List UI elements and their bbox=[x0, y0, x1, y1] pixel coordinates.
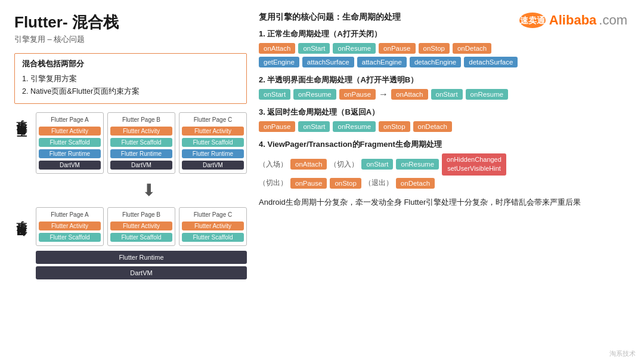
summary-text: Android生命周期十分复杂，牵一发动全身 Flutter引擎处理十分复杂，时… bbox=[259, 196, 630, 209]
not-reuse-label: 不复用引擎 bbox=[14, 140, 31, 146]
section-1-title: 1. 正常生命周期处理（A打开关闭） bbox=[259, 29, 630, 39]
section-3-row-1: onPauseonStartonResumeonStoponDetach bbox=[259, 121, 630, 132]
flutter-page-box: Flutter Page AFlutter ActivityFlutter Sc… bbox=[36, 112, 104, 174]
reuse-label: 复用引擎 bbox=[14, 241, 31, 245]
top-pages-row: Flutter Page AFlutter ActivityFlutter Sc… bbox=[36, 112, 247, 174]
alibaba-brand: Alibaba bbox=[549, 13, 596, 28]
shared-row: Flutter Page AFlutter ActivityFlutter Sc… bbox=[36, 207, 247, 279]
diagrams-container: 不复用引擎 Flutter Page AFlutter ActivityFlut… bbox=[14, 112, 247, 279]
flutter-page-box-reuse: Flutter Page CFlutter ActivityFlutter Sc… bbox=[179, 207, 247, 246]
section-box: 混合栈包括两部分 1. 引擎复用方案 2. Native页面&Flutter页面… bbox=[14, 53, 247, 104]
section-4-row-2: （切出）onPauseonStop（退出）onDetach bbox=[259, 178, 630, 189]
svg-text:速卖通: 速卖通 bbox=[520, 16, 546, 25]
section-3-title: 3. 返回时生命周期处理（B返回A） bbox=[259, 107, 630, 118]
section-item-2: 2. Native页面&Flutter页面约束方案 bbox=[22, 85, 239, 98]
reuse-section: 复用引擎 Flutter Page AFlutter ActivityFlutt… bbox=[14, 207, 247, 279]
section-1-row-2: getEngineattachSurfaceattachEnginedetach… bbox=[259, 57, 630, 67]
watermark: 淘系技术 bbox=[609, 349, 636, 358]
arrow-down: ⬇ bbox=[14, 182, 247, 199]
section-2: 2. 半透明界面生命周期处理（A打开半透明B） onStartonResumeo… bbox=[259, 75, 630, 100]
alibaba-com: .com bbox=[599, 13, 627, 28]
section-1: 1. 正常生命周期处理（A打开关闭） onAttachonStartonResu… bbox=[259, 29, 630, 67]
section-box-title: 混合栈包括两部分 bbox=[22, 59, 239, 69]
flutter-page-box-reuse: Flutter Page BFlutter ActivityFlutter Sc… bbox=[107, 207, 175, 246]
right-panel: 速卖通 Alibaba.com 复用引擎的核心问题：生命周期的处理 1. 正常生… bbox=[259, 12, 630, 351]
section-4-row-1: （入场）onAttach（切入）onStartonResumeonHiddenC… bbox=[259, 153, 630, 176]
section-item-1: 1. 引擎复用方案 bbox=[22, 73, 239, 85]
flutter-page-box: Flutter Page BFlutter ActivityFlutter Sc… bbox=[107, 112, 175, 174]
main-title: Flutter- 混合栈 bbox=[14, 12, 247, 33]
left-panel: Flutter- 混合栈 引擎复用 – 核心问题 混合栈包括两部分 1. 引擎复… bbox=[14, 12, 247, 351]
not-reuse-section: 不复用引擎 Flutter Page AFlutter ActivityFlut… bbox=[14, 112, 247, 174]
section-2-row-1: onStartonResumeonPause→onAttachonStarton… bbox=[259, 89, 630, 100]
section-2-title: 2. 半透明界面生命周期处理（A打开半透明B） bbox=[259, 75, 630, 85]
section-4: 4. ViewPager/Transaction的Fragment生命周期处理 … bbox=[259, 139, 630, 189]
sub-title: 引擎复用 – 核心问题 bbox=[14, 34, 247, 45]
section-1-row-1: onAttachonStartonResumeonPauseonStoponDe… bbox=[259, 43, 630, 54]
flutter-page-box: Flutter Page CFlutter ActivityFlutter Sc… bbox=[179, 112, 247, 174]
alibaba-logo: 速卖通 Alibaba.com bbox=[518, 11, 627, 30]
section-3: 3. 返回时生命周期处理（B返回A） onPauseonStartonResum… bbox=[259, 107, 630, 132]
flutter-page-box-reuse: Flutter Page AFlutter ActivityFlutter Sc… bbox=[36, 207, 104, 246]
section-4-title: 4. ViewPager/Transaction的Fragment生命周期处理 bbox=[259, 139, 630, 150]
